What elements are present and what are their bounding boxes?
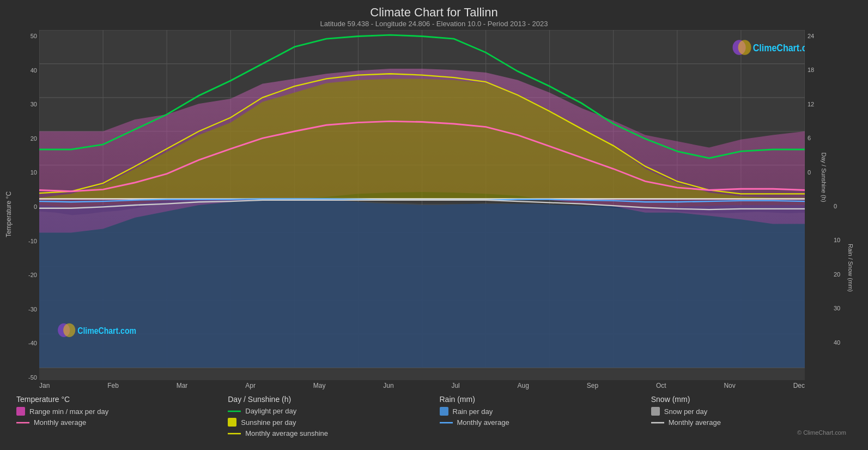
legend-snow-bar: Snow per day <box>651 407 852 416</box>
legend-rain-title: Rain (mm) <box>440 395 640 404</box>
x-label-dec: Dec <box>793 382 805 389</box>
x-label-sep: Sep <box>587 382 598 389</box>
svg-point-31 <box>738 40 751 55</box>
y-axis-rain-label: Rain / Snow (mm) <box>847 244 854 292</box>
y-axis-left: Temperature °C 50 40 30 20 10 0 -10 -20 … <box>11 30 39 391</box>
x-axis: Jan Feb Mar Apr May Jun Jul Aug Sep Oct … <box>39 380 805 391</box>
main-container: Climate Chart for Tallinn Latitude 59.43… <box>0 0 868 450</box>
legend-snow-avg: Monthly average <box>651 418 852 427</box>
chart-area: ClimeChart.com ClimeChart.com <box>39 30 805 380</box>
svg-text:ClimeChart.com: ClimeChart.com <box>753 42 805 53</box>
x-label-apr: Apr <box>245 382 256 389</box>
x-label-aug: Aug <box>518 382 529 389</box>
legend-rain-avg: Monthly average <box>440 418 640 427</box>
svg-rect-43 <box>651 407 660 416</box>
snow-swatch <box>651 407 660 416</box>
x-label-jul: Jul <box>451 382 459 389</box>
sunshine-avg-swatch <box>228 433 241 435</box>
x-label-feb: Feb <box>107 382 119 389</box>
legend-sunshine-avg: Monthly average sunshine <box>228 429 428 437</box>
legend-rain: Rain (mm) Rain per day Monthly average <box>440 395 640 440</box>
y-axes-right: 24 18 12 6 0 - - - - - - Day / Sunshine … <box>805 30 857 391</box>
chart-subtitle: Latitude 59.438 - Longitude 24.806 - Ele… <box>11 20 857 28</box>
legend-temperature: Temperature °C Range min / max per day M… <box>16 395 217 440</box>
copyright: © ClimeChart.com <box>651 429 852 437</box>
x-label-oct: Oct <box>656 382 666 389</box>
legend-daylight: Daylight per day <box>228 407 428 415</box>
x-label-mar: Mar <box>177 382 188 389</box>
x-label-jan: Jan <box>39 382 50 389</box>
legend-temp-range: Range min / max per day <box>16 407 217 416</box>
svg-rect-41 <box>440 407 448 416</box>
legend-rain-bar: Rain per day <box>440 407 640 416</box>
y-axis-right-sunshine: 24 18 12 6 0 - - - - - - Day / Sunshine … <box>805 30 831 391</box>
y-axis-left-values: 50 40 30 20 10 0 -10 -20 -30 -40 -50 <box>11 30 39 391</box>
temp-avg-swatch <box>16 422 29 424</box>
watermark-bottom: ClimeChart.com <box>58 323 136 337</box>
x-label-jun: Jun <box>383 382 393 389</box>
sunshine-swatch <box>228 418 236 427</box>
legend-sunshine-bar: Sunshine per day <box>228 418 428 427</box>
rain-avg-swatch <box>440 422 453 424</box>
legend-sunshine-title: Day / Sunshine (h) <box>228 395 428 404</box>
svg-rect-39 <box>228 418 236 427</box>
legend-temp-title: Temperature °C <box>16 395 217 404</box>
chart-svg: ClimeChart.com ClimeChart.com <box>39 30 805 380</box>
legend-snow: Snow (mm) Snow per day Monthly average ©… <box>651 395 852 440</box>
snow-avg-swatch <box>651 422 664 424</box>
y-axis-right-rain: 0 - - - - 0 10 20 30 40 - Rain / Snow (m… <box>831 30 857 391</box>
y-axis-sunshine-label: Day / Sunshine (h) <box>820 153 827 202</box>
watermark-top: ClimeChart.com <box>733 40 805 55</box>
x-label-nov: Nov <box>724 382 735 389</box>
x-label-may: May <box>313 382 326 389</box>
temp-range-swatch <box>16 407 25 416</box>
chart-header: Climate Chart for Tallinn Latitude 59.43… <box>11 5 857 28</box>
chart-title: Climate Chart for Tallinn <box>11 5 857 20</box>
legend-snow-title: Snow (mm) <box>651 395 852 404</box>
rain-swatch <box>440 407 448 416</box>
svg-rect-36 <box>16 407 25 416</box>
daylight-swatch <box>228 410 241 412</box>
svg-text:ClimeChart.com: ClimeChart.com <box>77 326 136 335</box>
legend-sunshine: Day / Sunshine (h) Daylight per day Suns… <box>228 395 428 440</box>
svg-point-34 <box>63 323 75 337</box>
legend-area: Temperature °C Range min / max per day M… <box>11 391 857 445</box>
svg-marker-26 <box>39 200 805 368</box>
y-axis-left-label: Temperature °C <box>5 191 13 237</box>
legend-temp-avg: Monthly average <box>16 418 217 427</box>
